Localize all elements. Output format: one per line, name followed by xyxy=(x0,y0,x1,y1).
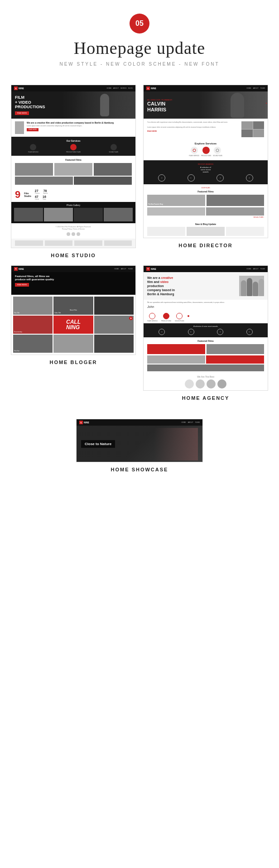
agency-hero-img xyxy=(239,276,264,296)
person-3 xyxy=(253,282,258,296)
director-services-label: Explore Services xyxy=(144,141,268,145)
agency-bio: We are specialists with experienced team… xyxy=(144,300,268,312)
dir-film-3 xyxy=(147,207,205,216)
showcase-title-box: Close to Nature xyxy=(81,440,115,448)
studio-hero: FILM+ VIDEOPRODUCTIONS READ MORE xyxy=(11,91,135,119)
director-person-shape xyxy=(231,93,244,118)
studio-films-label: Featured Films xyxy=(15,158,132,161)
agency-service-3: SOUND FILMS xyxy=(175,313,184,322)
title-video: video xyxy=(160,280,168,283)
agency-hero-text: We are a creative film and video product… xyxy=(147,276,236,296)
director-read-more: READ MORE xyxy=(147,130,239,133)
film-2 xyxy=(54,163,92,176)
studio-footer-social xyxy=(15,232,132,236)
agency-service-1: FILMS SERVICE xyxy=(147,313,158,322)
blog-grid-label-7: Film Noir xyxy=(14,350,19,352)
dot-1 xyxy=(266,103,267,104)
agency-people xyxy=(241,278,264,296)
dot-2 xyxy=(266,105,267,106)
team-member-3 xyxy=(207,379,216,388)
service-icon-1 xyxy=(30,144,36,150)
showcase-hero: Close to Nature xyxy=(77,426,202,462)
nav-link-2: ABOUT xyxy=(113,87,119,89)
blog-grid-6: ▶ xyxy=(94,316,134,334)
page-title: Homepage update xyxy=(9,38,270,58)
studio-stat-big-wrap: 9 xyxy=(15,190,20,200)
studio-films-row-2 xyxy=(15,177,132,185)
service-icon-3 xyxy=(111,144,117,150)
film-3 xyxy=(94,163,132,176)
sc-nav-2: ABOUT xyxy=(188,422,193,423)
home-showcase-mock: N NINE HOME ABOUT FILMS xyxy=(77,419,202,462)
agency-service-icon-2 xyxy=(163,313,169,319)
director-awards-row: ★ ★ ★ ★ xyxy=(147,174,264,182)
agency-award-4: ★ xyxy=(246,329,253,335)
dir-film-1: The New Favorite Drug xyxy=(147,195,205,206)
studio-service-1: FILMS SERVICE xyxy=(15,144,52,153)
stat-num-16: 16Years xyxy=(43,195,46,200)
blogger-hero-btn: READ MORE xyxy=(15,283,29,287)
gallery-img-2 xyxy=(44,208,73,221)
director-films-more: SEE ALL FILMS › xyxy=(147,216,264,218)
page-header: 05 Homepage update NEW STYLE - NEW COLOR… xyxy=(0,0,279,76)
director-blog-row xyxy=(147,227,264,236)
stat-row-1: 27Projects 78Awards xyxy=(35,189,132,194)
studio-hero-content: FILM+ VIDEOPRODUCTIONS READ MORE xyxy=(15,95,45,115)
home-studio-preview[interactable]: N NINE HOME ABOUT WORKS BLOG FILM+ VIDEO… xyxy=(11,85,136,248)
director-films-label: Featured Films xyxy=(147,190,264,193)
studio-about: We are a creative film and video product… xyxy=(11,119,135,137)
agency-awards: A selection of some recent awards ★ ★ ★ … xyxy=(144,323,268,337)
studio-gallery: Photo Gallery xyxy=(11,202,135,223)
social-icon-3 xyxy=(77,232,80,236)
blog-grid-3: Short Film xyxy=(94,297,134,315)
agency-service-icon-3 xyxy=(176,313,183,319)
agency-film-1 xyxy=(147,344,205,354)
client-logo-4 xyxy=(104,240,132,246)
person-2 xyxy=(247,278,252,296)
director-person-img xyxy=(210,91,265,119)
director-services-row: FILMS SERVICE PRODUCTIONS SOUND FILMS xyxy=(144,145,268,159)
agency-awards-row: ★ ★ ★ ★ xyxy=(147,329,264,335)
home-blogger-mock: N NINE HOME ABOUT FILMS Featured films, … xyxy=(11,266,135,355)
director-awards-sub: RECENT AWARDS xyxy=(147,163,264,165)
studio-stats: 9 Film Studio 27Projects 78Awards 47Clie… xyxy=(11,187,135,202)
studio-logo-text: NINE xyxy=(19,87,24,90)
agency-awards-text: A selection of some recent awards xyxy=(147,326,264,327)
team-member-2 xyxy=(196,379,205,388)
home-blogger-preview[interactable]: N NINE HOME ABOUT FILMS Featured films, … xyxy=(11,265,136,355)
bio-img-4 xyxy=(253,129,265,137)
award-1: ★ xyxy=(158,174,165,182)
nav-link-3: WORKS xyxy=(120,87,126,89)
screenshot-home-studio: N NINE HOME ABOUT WORKS BLOG FILM+ VIDEO… xyxy=(11,85,136,258)
person-1 xyxy=(241,280,246,296)
director-awards-text: A selection ofsome recentawards xyxy=(147,166,264,173)
team-member-4 xyxy=(217,379,226,388)
home-director-preview[interactable]: N NINE HOME ABOUT FILMS xyxy=(143,85,268,238)
stat-num-27: 27Projects xyxy=(35,189,40,194)
director-scroll-dots xyxy=(266,103,267,107)
gallery-img-3 xyxy=(74,208,103,221)
director-blog: New & Blog Update xyxy=(144,221,268,238)
blog-item-2 xyxy=(187,227,225,236)
studio-services-label: Our Services xyxy=(15,139,132,142)
director-films-row-2 xyxy=(147,207,264,216)
screenshot-home-blogger: N NINE HOME ABOUT FILMS Featured films, … xyxy=(11,265,136,401)
director-bio-text: I'm a director with experience since inc… xyxy=(147,121,239,137)
nav-link-1: HOME xyxy=(106,87,111,89)
director-blog-label: New & Blog Update xyxy=(147,223,264,225)
studio-services-row: FILMS SERVICE PRODUCTIONS FILMS SOUND FI… xyxy=(15,144,132,153)
agency-team-label: We Are The Best xyxy=(147,375,264,378)
studio-stat-number: 9 xyxy=(15,190,20,200)
studio-footer: © 2016 Nine Film Production. All Rights … xyxy=(11,223,135,239)
stat-num-78: 78Awards xyxy=(43,189,48,194)
dir-service-icon-2 xyxy=(202,147,210,154)
service-icon-2 xyxy=(70,144,77,150)
agency-service-text-1: FILMS SERVICE xyxy=(147,320,158,322)
svg-point-0 xyxy=(193,149,196,152)
studio-hero-person xyxy=(73,91,135,119)
studio-clients xyxy=(11,239,135,248)
home-agency-preview[interactable]: N NINE HOME ABOUT FILMS We are a creativ… xyxy=(143,265,268,391)
studio-service-3: SOUND FILMS xyxy=(95,144,132,153)
home-showcase-preview[interactable]: N NINE HOME ABOUT FILMS xyxy=(76,419,203,462)
screenshot-home-director: N NINE HOME ABOUT FILMS xyxy=(143,85,268,258)
